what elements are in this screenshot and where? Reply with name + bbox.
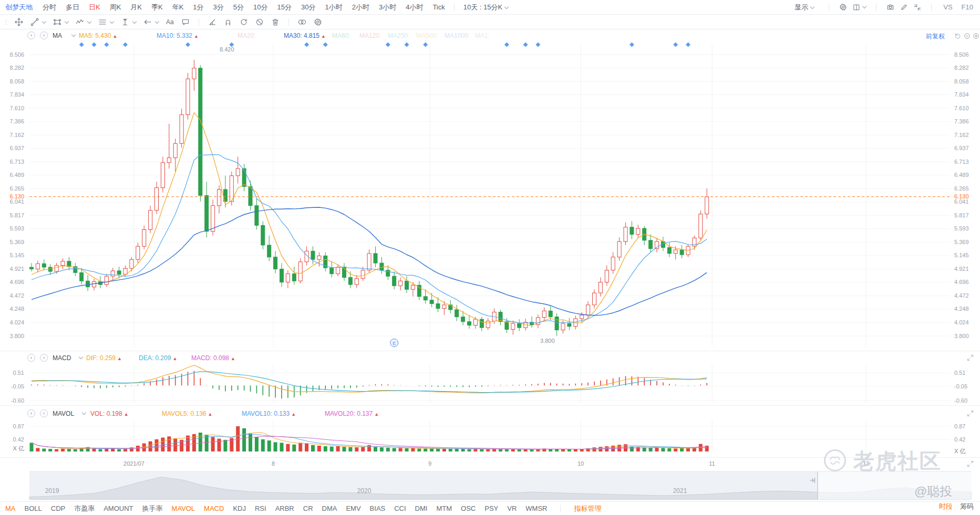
panel-indicator-name[interactable]: MACD	[53, 354, 71, 362]
indicator-value[interactable]: MA120:	[359, 32, 381, 39]
indicator-BOLL[interactable]: BOLL	[25, 505, 42, 512]
panel-settings-icon[interactable]	[27, 409, 35, 417]
panel-settings-icon[interactable]	[27, 354, 35, 362]
panel-close-icon[interactable]	[40, 31, 48, 39]
panel-divider	[0, 405, 980, 406]
mavol-indicator-header: MAVOLVOL: 0.198▲MAVOL5: 0.136▲MAVOL10: 0…	[0, 408, 980, 419]
panel-close-icon[interactable]	[40, 409, 48, 417]
indicator-value[interactable]: DIF: 0.259▲	[86, 354, 122, 362]
indicator-MAVOL[interactable]: MAVOL	[172, 505, 195, 512]
chevron-down-icon	[71, 33, 76, 37]
indicator-MTM[interactable]: MTM	[436, 505, 452, 512]
indicator-value[interactable]: MA250:	[388, 32, 409, 39]
panel-settings-icon[interactable]	[27, 31, 35, 39]
indicator-value[interactable]: MA20:	[238, 32, 256, 39]
indicator-DMA[interactable]: DMA	[322, 505, 337, 512]
chevron-down-icon	[79, 355, 83, 359]
expand-panel-icon[interactable]	[967, 460, 974, 469]
indicator-WMSR[interactable]: WMSR	[525, 505, 547, 512]
indicator-value[interactable]: MA30: 4.815▲	[284, 32, 326, 39]
indicator-CDP[interactable]: CDP	[51, 505, 65, 512]
svg-text:E: E	[393, 341, 396, 346]
indicator-CCI[interactable]: CCI	[394, 505, 406, 512]
indicator-KDJ[interactable]: KDJ	[233, 505, 246, 512]
chart-canvas[interactable]: E	[0, 0, 980, 515]
adjust-mode-button[interactable]: 前复权	[926, 32, 945, 41]
indicator-市盈率[interactable]: 市盈率	[74, 504, 95, 513]
indicator-MACD[interactable]: MACD	[204, 505, 224, 512]
indicator-DMI[interactable]: DMI	[415, 505, 428, 512]
panel-close-icon[interactable]	[40, 354, 48, 362]
indicator-PSY[interactable]: PSY	[484, 505, 498, 512]
panel-indicator-name[interactable]: MAVOL	[53, 410, 74, 417]
indicator-value[interactable]: MAVOL5: 0.136▲	[162, 410, 212, 417]
navigator-handle-icon[interactable]	[809, 477, 817, 486]
tab-筹码[interactable]: 筹码	[960, 502, 974, 511]
indicator-value[interactable]: DEA: 0.209▲	[139, 354, 177, 362]
zoom-in-icon[interactable]	[973, 32, 979, 41]
indicator-value[interactable]: MA1:	[475, 32, 490, 39]
ma-indicator-header: MAMA5: 5.430▲MA10: 5.332▲MA20:MA30: 4.81…	[0, 30, 980, 41]
indicator-CR[interactable]: CR	[303, 505, 313, 512]
tab-时段[interactable]: 时段	[939, 502, 953, 511]
indicator-BIAS[interactable]: BIAS	[370, 505, 386, 512]
indicator-value[interactable]: MA5: 5.430▲	[79, 32, 117, 39]
indicator-value[interactable]: MAVOL20: 0.137▲	[325, 410, 379, 417]
indicator-OSC[interactable]: OSC	[461, 505, 476, 512]
indicator-value[interactable]: VOL: 0.198▲	[90, 410, 129, 417]
indicator-bar: MABOLLCDP市盈率AMOUNT换手率MAVOLMACDKDJRSIARBR…	[0, 501, 980, 515]
indicator-EMV[interactable]: EMV	[346, 505, 360, 512]
indicator-value[interactable]: MA500:	[416, 32, 438, 39]
indicator-MA[interactable]: MA	[5, 505, 16, 512]
indicator-bar-right: 时段筹码	[939, 502, 974, 511]
indicator-RSI[interactable]: RSI	[255, 505, 266, 512]
indicator-ARBR[interactable]: ARBR	[275, 505, 294, 512]
indicator-AMOUNT[interactable]: AMOUNT	[104, 505, 133, 512]
indicator-换手率[interactable]: 换手率	[142, 504, 163, 513]
indicator-VR[interactable]: VR	[507, 505, 517, 512]
chevron-down-icon	[82, 411, 86, 415]
indicator-manage[interactable]: 指标管理	[574, 504, 601, 513]
undo-icon[interactable]	[954, 32, 961, 41]
indicator-value[interactable]: MA60:	[332, 32, 350, 39]
zoom-out-icon[interactable]	[964, 32, 971, 41]
panel-indicator-name[interactable]: MA	[53, 32, 62, 39]
panel-divider	[0, 457, 980, 458]
indicator-value[interactable]: MAVOL10: 0.133▲	[242, 410, 296, 417]
indicator-value[interactable]: MA1000:	[445, 32, 470, 39]
indicator-value[interactable]: MA10: 5.332▲	[157, 32, 199, 39]
indicator-value[interactable]: MACD: 0.098▲	[191, 354, 235, 362]
macd-indicator-header: MACDDIF: 0.259▲DEA: 0.209▲MACD: 0.098▲	[0, 353, 980, 363]
panel-divider	[0, 351, 980, 351]
